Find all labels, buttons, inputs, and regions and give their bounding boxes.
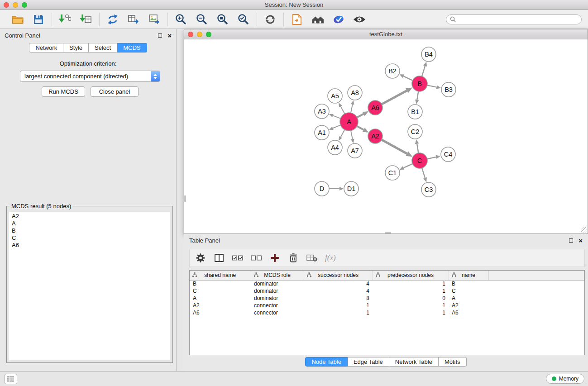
table-cell[interactable]: B <box>449 280 488 287</box>
network-node-A2[interactable]: A2 <box>368 129 382 143</box>
column-header-shared-name[interactable]: shared name <box>190 271 251 280</box>
table-cell[interactable]: 1 <box>304 309 373 316</box>
tab-motifs[interactable]: Motifs <box>439 357 467 367</box>
network-edge-B-B4[interactable] <box>422 66 425 76</box>
export-image-icon[interactable] <box>148 13 161 26</box>
tab-node-table[interactable]: Node Table <box>305 357 348 367</box>
table-row[interactable]: A6connector11A6 <box>190 309 584 316</box>
float-panel-icon[interactable] <box>158 33 162 38</box>
network-edge-C-C3[interactable] <box>422 168 425 178</box>
table-cell[interactable]: 0 <box>373 295 449 302</box>
zoom-network-window-button[interactable] <box>206 32 211 37</box>
network-node-A[interactable]: A <box>340 113 358 131</box>
network-node-A3[interactable]: A3 <box>315 104 329 119</box>
network-edge-B-B3[interactable] <box>427 85 437 87</box>
new-network-icon[interactable] <box>106 13 120 26</box>
close-table-panel-icon[interactable]: × <box>578 238 583 243</box>
network-edge-C-C1[interactable] <box>404 164 413 168</box>
minimize-network-window-button[interactable] <box>197 32 202 37</box>
table-cell[interactable]: 1 <box>304 302 373 309</box>
search-input[interactable] <box>459 16 578 23</box>
table-cell[interactable]: C <box>449 287 488 295</box>
network-node-A6[interactable]: A6 <box>368 100 382 115</box>
show-panels-button[interactable] <box>5 374 17 384</box>
zoom-in-icon[interactable] <box>174 13 188 26</box>
network-edge-A-A8[interactable] <box>351 105 353 113</box>
create-new-column-icon[interactable] <box>269 253 280 263</box>
table-cell[interactable]: dominator <box>251 280 304 287</box>
table-cell[interactable]: B <box>190 280 251 287</box>
network-node-B4[interactable]: B4 <box>421 47 436 62</box>
table-cell[interactable]: 1 <box>373 280 449 287</box>
network-edge-A-A5[interactable] <box>341 106 345 114</box>
refresh-network-view-icon[interactable] <box>263 13 277 26</box>
table-cell[interactable]: dominator <box>251 287 304 295</box>
run-mcds-button[interactable]: Run MCDS <box>42 86 85 97</box>
table-row[interactable]: Adominator80A <box>190 295 584 302</box>
window-resize-grip[interactable] <box>581 227 587 233</box>
table-cell[interactable]: A6 <box>190 309 251 316</box>
table-cell[interactable]: C <box>190 287 251 295</box>
table-cell[interactable]: 1 <box>373 309 449 316</box>
search-field[interactable] <box>446 14 582 24</box>
network-node-B[interactable]: B <box>412 76 427 91</box>
network-node-C2[interactable]: C2 <box>408 124 422 139</box>
network-node-D1[interactable]: D1 <box>344 181 359 196</box>
tab-select[interactable]: Select <box>89 43 117 52</box>
select-all-rows-icon[interactable] <box>232 253 243 263</box>
tab-network-table[interactable]: Network Table <box>389 357 439 367</box>
network-edge-A-A4[interactable] <box>341 130 345 137</box>
float-table-panel-icon[interactable] <box>569 238 573 243</box>
function-builder-icon[interactable]: f(x) <box>325 253 336 262</box>
network-edge-A-A3[interactable] <box>333 115 340 118</box>
network-node-A8[interactable]: A8 <box>348 86 362 100</box>
table-cell[interactable]: A2 <box>190 302 251 309</box>
network-edge-C-C2[interactable] <box>417 144 418 153</box>
zoom-window-button[interactable] <box>22 2 27 8</box>
network-edge-A6-B[interactable] <box>382 91 407 104</box>
mcds-result-item[interactable]: C <box>9 234 170 242</box>
network-edge-A-A7[interactable] <box>351 131 353 139</box>
export-table-icon[interactable] <box>127 13 140 26</box>
zoom-fit-icon[interactable] <box>216 13 229 26</box>
column-header-mcds-role[interactable]: MCDS role <box>251 271 304 280</box>
mcds-result-item[interactable]: B <box>9 227 170 234</box>
table-row[interactable]: A2connector11A2 <box>190 302 584 309</box>
node-table[interactable]: shared nameMCDS rolesuccessor nodesprede… <box>189 270 585 355</box>
network-edge-B-B1[interactable] <box>417 91 418 100</box>
tab-network[interactable]: Network <box>29 43 63 52</box>
table-cell[interactable]: 8 <box>304 295 373 302</box>
optimization-criterion-dropdown[interactable]: largest connected component (directed) <box>20 71 160 82</box>
save-session-icon[interactable] <box>32 13 45 26</box>
table-mode-icon[interactable] <box>195 253 206 263</box>
zoom-out-icon[interactable] <box>195 13 209 26</box>
network-node-A1[interactable]: A1 <box>315 125 329 140</box>
dropdown-stepper-icon[interactable] <box>151 71 160 81</box>
network-node-B3[interactable]: B3 <box>441 82 456 97</box>
network-edge-A2-C[interactable] <box>382 140 407 154</box>
mcds-result-list[interactable]: A2ABCA6 <box>9 212 170 360</box>
table-cell[interactable]: A <box>190 295 251 302</box>
network-node-C[interactable]: C <box>412 153 427 168</box>
network-edge-A-A2[interactable] <box>357 126 364 130</box>
document-icon[interactable] <box>290 13 304 26</box>
table-cell[interactable]: 4 <box>304 287 373 295</box>
show-graphics-details-icon[interactable] <box>353 13 366 26</box>
table-cell[interactable]: A <box>449 295 488 302</box>
show-column-icon[interactable] <box>214 253 225 263</box>
network-node-A5[interactable]: A5 <box>328 89 342 103</box>
network-window-titlebar[interactable]: testGlobe.txt <box>184 29 588 39</box>
column-header-successor-nodes[interactable]: successor nodes <box>304 271 373 280</box>
close-panel-button[interactable]: Close panel <box>91 86 139 97</box>
table-cell[interactable]: 1 <box>373 302 449 309</box>
network-node-C3[interactable]: C3 <box>421 182 436 197</box>
mcds-result-item[interactable]: A <box>9 220 170 227</box>
network-node-B2[interactable]: B2 <box>385 64 400 78</box>
zoom-selected-icon[interactable] <box>237 13 250 26</box>
canvas-scroll-thumb-horizontal[interactable] <box>385 232 391 234</box>
network-node-A7[interactable]: A7 <box>348 143 362 158</box>
table-cell[interactable]: A2 <box>449 302 488 309</box>
table-cell[interactable]: 4 <box>304 280 373 287</box>
table-cell[interactable]: connector <box>251 309 304 316</box>
network-node-C1[interactable]: C1 <box>385 166 400 180</box>
